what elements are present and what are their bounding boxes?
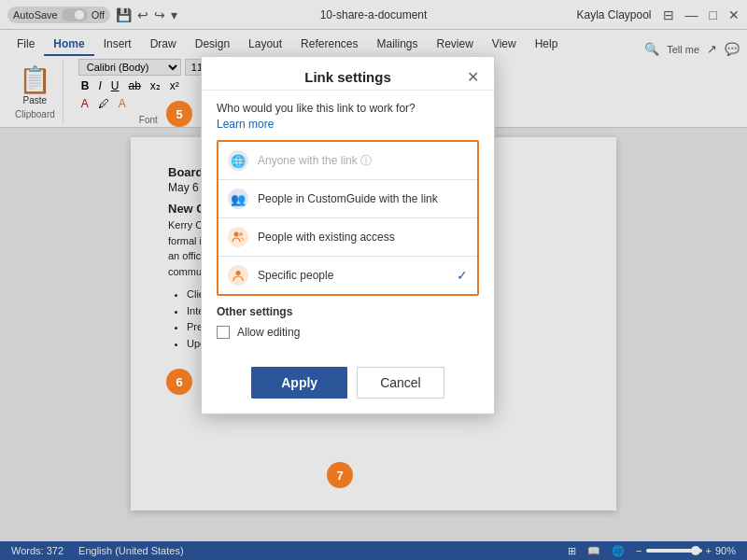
step-badge-7: 7 (327, 462, 353, 488)
svg-point-0 (234, 232, 239, 237)
allow-editing-row: Allow editing (217, 326, 479, 339)
modal-question: Who would you like this link to work for… (217, 102, 479, 115)
option-customguide[interactable]: 👥 People in CustomGuide with the link (218, 180, 477, 218)
option-customguide-label: People in CustomGuide with the link (258, 192, 468, 205)
apply-button[interactable]: Apply (251, 367, 347, 399)
learn-more-link[interactable]: Learn more (217, 118, 274, 131)
svg-point-1 (239, 232, 243, 236)
option-specific-label: Specific people (258, 269, 447, 282)
allow-editing-label: Allow editing (237, 326, 300, 339)
modal-footer: Apply Cancel (202, 363, 494, 413)
modal-title: Link settings (304, 69, 392, 85)
options-container: 🌐 Anyone with the link ⓘ 👥 People in Cus… (217, 140, 479, 296)
option-existing-access[interactable]: People with existing access (218, 218, 477, 257)
modal-body: Who would you like this link to work for… (202, 91, 494, 363)
other-settings-label: Other settings (217, 305, 479, 318)
allow-editing-checkbox[interactable] (217, 326, 230, 339)
step-badge-6: 6 (166, 369, 192, 395)
link-settings-modal: Link settings ✕ Who would you like this … (201, 56, 495, 414)
people-org-icon: 👥 (228, 189, 248, 209)
specific-person-icon (228, 265, 248, 286)
option-specific-people[interactable]: Specific people ✓ (218, 257, 477, 294)
checkmark-icon: ✓ (457, 268, 468, 283)
globe-icon: 🌐 (228, 150, 248, 171)
step-badge-5: 5 (166, 101, 192, 127)
cancel-button[interactable]: Cancel (357, 367, 444, 399)
option-anyone[interactable]: 🌐 Anyone with the link ⓘ (218, 142, 477, 180)
modal-close-button[interactable]: ✕ (467, 68, 479, 86)
modal-titlebar: Link settings ✕ (202, 57, 494, 91)
option-anyone-label: Anyone with the link ⓘ (258, 153, 468, 169)
people-access-icon (228, 227, 248, 247)
option-existing-label: People with existing access (258, 231, 468, 244)
svg-point-2 (236, 271, 241, 275)
